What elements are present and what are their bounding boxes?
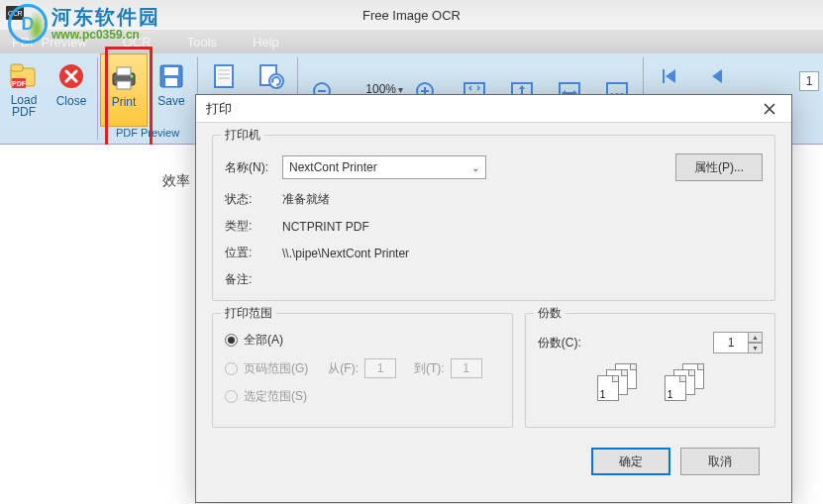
svg-rect-11 xyxy=(165,78,177,86)
svg-rect-12 xyxy=(215,65,233,87)
load-pdf-button[interactable]: PDF Load PDF xyxy=(0,53,48,127)
folder-pdf-icon: PDF xyxy=(9,60,39,92)
menu-pdf-preview[interactable]: PDF Preview xyxy=(8,35,91,50)
range-pages-radio[interactable]: 页码范围(G) 从(F): 到(T): xyxy=(225,358,500,378)
copies-legend: 份数 xyxy=(534,305,566,322)
section-pdf-preview: PDF Preview xyxy=(116,127,179,141)
chevron-down-icon: ⌄ xyxy=(471,162,479,173)
dialog-title: 打印 xyxy=(206,100,232,118)
print-range-group: 打印范围 全部(A) 页码范围(G) 从(F): 到(T): 选定范围(S) xyxy=(212,313,513,428)
close-button[interactable]: Close xyxy=(48,53,95,127)
ok-button[interactable]: 确定 xyxy=(591,448,670,475)
dialog-close-button[interactable] xyxy=(752,98,787,120)
save-button[interactable]: Save xyxy=(148,53,195,127)
to-label: 到(T): xyxy=(414,360,445,377)
svg-rect-7 xyxy=(117,81,131,89)
status-value: 准备就绪 xyxy=(282,191,330,208)
svg-marker-29 xyxy=(519,85,525,89)
menu-bar: PDF Preview OCR Tools Help xyxy=(0,30,823,53)
to-input xyxy=(451,358,482,378)
copies-spin-up[interactable]: ▲ xyxy=(748,332,763,343)
close-icon xyxy=(764,103,775,115)
printer-group: 打印机 名称(N): NextCont Printer ⌄ 属性(P)... 状… xyxy=(212,135,775,301)
document-text: 效率 xyxy=(162,172,190,190)
print-button[interactable]: Print xyxy=(100,53,148,127)
menu-ocr[interactable]: OCR xyxy=(119,35,155,50)
app-title: Free Image OCR xyxy=(362,8,461,23)
svg-marker-38 xyxy=(666,69,675,83)
page-number-input[interactable] xyxy=(799,71,819,91)
svg-text:PDF: PDF xyxy=(12,80,27,87)
menu-tools[interactable]: Tools xyxy=(183,35,221,50)
print-range-legend: 打印范围 xyxy=(221,305,276,322)
svg-marker-39 xyxy=(712,69,722,83)
prev-page-icon xyxy=(705,60,729,92)
document-icon xyxy=(212,60,236,92)
svg-rect-10 xyxy=(164,67,178,75)
document-refresh-icon xyxy=(257,60,285,92)
dialog-titlebar: 打印 xyxy=(196,95,791,123)
menu-help[interactable]: Help xyxy=(249,35,283,50)
type-label: 类型: xyxy=(225,218,282,235)
type-value: NCTPRINT PDF xyxy=(282,220,369,234)
app-icon: OCR xyxy=(6,6,24,20)
printer-name-label: 名称(N): xyxy=(225,159,282,176)
location-label: 位置: xyxy=(225,245,282,261)
print-dialog: 打印 打印机 名称(N): NextCont Printer ⌄ 属性(P)..… xyxy=(195,94,792,503)
collate-illustration: 3 2 1 3 2 1 xyxy=(597,363,763,403)
printer-group-legend: 打印机 xyxy=(221,127,264,144)
copies-label: 份数(C): xyxy=(538,335,581,352)
status-label: 状态: xyxy=(225,191,282,208)
from-label: 从(F): xyxy=(328,360,359,377)
svg-point-8 xyxy=(131,75,134,78)
title-bar: OCR Free Image OCR xyxy=(0,0,823,30)
radio-icon xyxy=(225,390,238,403)
radio-icon xyxy=(225,334,238,347)
copies-group: 份数 份数(C): ▲ ▼ 3 2 1 xyxy=(525,313,775,428)
location-value: \\.\pipe\NextCont Printer xyxy=(282,247,409,260)
printer-icon xyxy=(109,61,139,93)
from-input xyxy=(364,358,396,378)
cancel-button[interactable]: 取消 xyxy=(680,448,760,475)
copies-input[interactable] xyxy=(713,332,749,353)
comment-label: 备注: xyxy=(225,271,282,288)
radio-icon xyxy=(225,362,238,375)
copies-spin-down[interactable]: ▼ xyxy=(748,343,763,353)
svg-rect-6 xyxy=(117,67,131,75)
close-icon xyxy=(57,60,85,92)
printer-properties-button[interactable]: 属性(P)... xyxy=(675,153,763,181)
printer-name-select[interactable]: NextCont Printer ⌄ xyxy=(282,155,486,179)
first-page-icon xyxy=(658,60,681,92)
save-icon xyxy=(157,60,185,92)
svg-rect-1 xyxy=(11,64,23,71)
range-selection-radio[interactable]: 选定范围(S) xyxy=(225,388,500,405)
range-all-radio[interactable]: 全部(A) xyxy=(225,332,500,349)
